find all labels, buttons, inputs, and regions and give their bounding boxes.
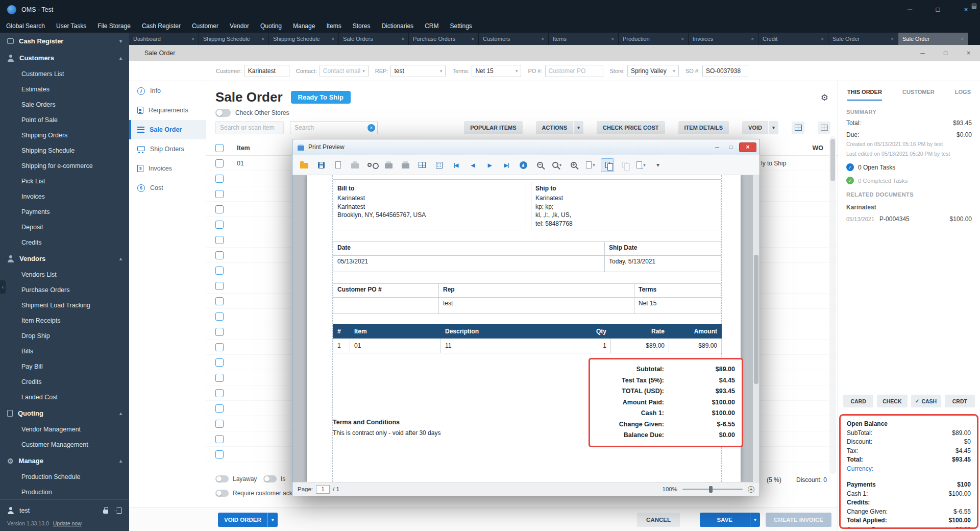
menu-item-items[interactable]: Items: [326, 22, 341, 30]
field-input-po[interactable]: Customer PO: [545, 65, 603, 77]
menu-item-vendor[interactable]: Vendor: [230, 22, 249, 30]
row-checkbox[interactable]: [215, 420, 224, 428]
is-d-toggle[interactable]: [263, 475, 277, 482]
sidebar-item-purchase-orders[interactable]: Purchase Orders: [0, 282, 129, 298]
tab-shipping-schedule[interactable]: Shipping Schedule: [199, 33, 268, 45]
logout-icon[interactable]: [116, 508, 122, 514]
menu-item-stores[interactable]: Stores: [353, 22, 371, 30]
sidebar-item-customer-management[interactable]: Customer Management: [0, 437, 129, 452]
sidebar-section-manage[interactable]: Manage: [0, 452, 129, 469]
sidebar-item-shipping-schedule[interactable]: Shipping Schedule: [0, 143, 129, 158]
scale-grid-icon[interactable]: [415, 158, 429, 172]
menu-item-cash-register[interactable]: Cash Register: [142, 22, 181, 30]
sidebar-section-cash-register[interactable]: Cash Register: [0, 33, 129, 50]
sidebar-item-landed-cost[interactable]: Landed Cost: [0, 390, 129, 405]
require-ack-toggle[interactable]: [215, 490, 229, 497]
field-input-store[interactable]: Spring Valley: [627, 65, 679, 77]
tab-close-icon[interactable]: [891, 36, 894, 42]
tab-shipping-schedule[interactable]: Shipping Schedule: [269, 33, 338, 45]
menu-item-file-storage[interactable]: File Storage: [97, 22, 131, 30]
sidebar-item-bills[interactable]: Bills: [0, 344, 129, 359]
button-popular-items[interactable]: POPULAR ITEMS: [464, 121, 522, 134]
close-icon[interactable]: [739, 142, 756, 152]
menu-item-manage[interactable]: Manage: [293, 22, 315, 30]
menu-item-settings[interactable]: Settings: [450, 22, 472, 30]
next-page-icon[interactable]: [483, 158, 496, 172]
prev-page-icon[interactable]: [466, 158, 479, 172]
pay-button-cash[interactable]: ✓CASH: [911, 395, 941, 407]
row-checkbox[interactable]: [215, 450, 224, 458]
pay-button-crdt[interactable]: CRDT: [945, 395, 975, 407]
sidebar-item-shipping-for-e-commerce[interactable]: Shipping for e-commerce: [0, 158, 129, 174]
minimize-icon[interactable]: [911, 45, 934, 61]
tab-close-icon[interactable]: [681, 36, 684, 42]
zoom-out-icon[interactable]: [533, 158, 547, 172]
row-checkbox[interactable]: [215, 159, 224, 167]
tab-invoices[interactable]: Invoices: [689, 33, 758, 45]
row-checkbox[interactable]: [215, 389, 224, 397]
sidebar-item-customers-list[interactable]: Customers List: [0, 66, 129, 82]
selection-grid-button[interactable]: [792, 122, 804, 134]
row-checkbox[interactable]: [215, 297, 224, 305]
scrollbar-thumb[interactable]: [830, 139, 835, 181]
field-input-contact[interactable]: Contact email: [320, 65, 369, 77]
tab-close-icon[interactable]: [261, 36, 264, 42]
dropdown-icon[interactable]: [573, 121, 583, 134]
row-checkbox[interactable]: [215, 267, 224, 275]
tab-close-icon[interactable]: [401, 36, 404, 42]
zoom-slider-thumb[interactable]: [709, 486, 713, 493]
print-icon[interactable]: [382, 158, 395, 172]
row-checkbox[interactable]: [215, 251, 224, 259]
sidebar-item-sale-orders[interactable]: Sale Orders: [0, 97, 129, 112]
void-order-dropdown-icon[interactable]: [267, 513, 278, 527]
restore-icon[interactable]: [934, 45, 957, 61]
nav-item-invoices[interactable]: Invoices: [129, 159, 206, 178]
save-icon[interactable]: [314, 158, 328, 172]
nav-item-ship-orders[interactable]: Ship Orders: [129, 139, 206, 159]
first-page-icon[interactable]: [449, 158, 462, 172]
row-checkbox[interactable]: [215, 435, 224, 443]
sidebar-item-pay-bill[interactable]: Pay Bill: [0, 359, 129, 374]
tab-close-icon[interactable]: [191, 36, 194, 42]
close-icon[interactable]: [957, 45, 980, 61]
tab-close-icon[interactable]: [961, 36, 964, 42]
tab-sale-orders[interactable]: Sale Orders: [339, 33, 408, 45]
row-checkbox[interactable]: [215, 221, 224, 229]
continuous-view-icon[interactable]: [601, 158, 614, 172]
search-input[interactable]: [290, 121, 378, 134]
page-view-icon[interactable]: [584, 158, 597, 172]
row-checkbox[interactable]: [215, 404, 224, 413]
export-icon[interactable]: [634, 158, 648, 172]
row-checkbox[interactable]: [215, 175, 224, 183]
panel-tab-this-order[interactable]: THIS ORDER: [847, 83, 882, 101]
pay-button-card[interactable]: CARD: [843, 395, 873, 407]
field-input-customer[interactable]: Karinatest: [244, 65, 289, 77]
menu-item-user-tasks[interactable]: User Tasks: [56, 22, 86, 30]
row-checkbox[interactable]: [215, 374, 224, 382]
panel-tab-logs[interactable]: LOGS: [955, 83, 971, 101]
tab-sale-order[interactable]: Sale Order: [828, 33, 898, 45]
button-actions[interactable]: ACTIONS: [536, 121, 584, 134]
tab-close-icon[interactable]: [331, 36, 334, 42]
row-checkbox[interactable]: [215, 343, 224, 351]
nav-item-info[interactable]: Info: [129, 81, 206, 101]
sidebar-item-production[interactable]: Production: [0, 485, 129, 500]
sidebar-item-drop-ship[interactable]: Drop Ship: [0, 328, 129, 344]
layaway-toggle[interactable]: [215, 475, 229, 482]
check-other-stores-toggle[interactable]: [215, 109, 231, 117]
tab-credit[interactable]: Credit: [758, 33, 828, 45]
sidebar-item-item-receipts[interactable]: Item Receipts: [0, 313, 129, 328]
grid-button[interactable]: [818, 122, 830, 134]
save-button[interactable]: SAVE: [700, 513, 760, 527]
completed-tasks-row[interactable]: 0 Completed Tasks: [846, 177, 972, 184]
tab-close-icon[interactable]: [611, 36, 614, 42]
sidebar-item-estimates[interactable]: Estimates: [0, 82, 129, 97]
save-dropdown-icon[interactable]: [750, 513, 760, 527]
dropdown-icon[interactable]: [768, 121, 778, 134]
row-checkbox[interactable]: [215, 328, 224, 336]
field-input-rep[interactable]: test: [390, 65, 446, 77]
menu-item-global-search[interactable]: Global Search: [6, 22, 45, 30]
sidebar-section-vendors[interactable]: Vendors: [0, 250, 129, 267]
page-number-input[interactable]: 1: [316, 485, 330, 494]
minimize-icon[interactable]: [712, 142, 723, 152]
